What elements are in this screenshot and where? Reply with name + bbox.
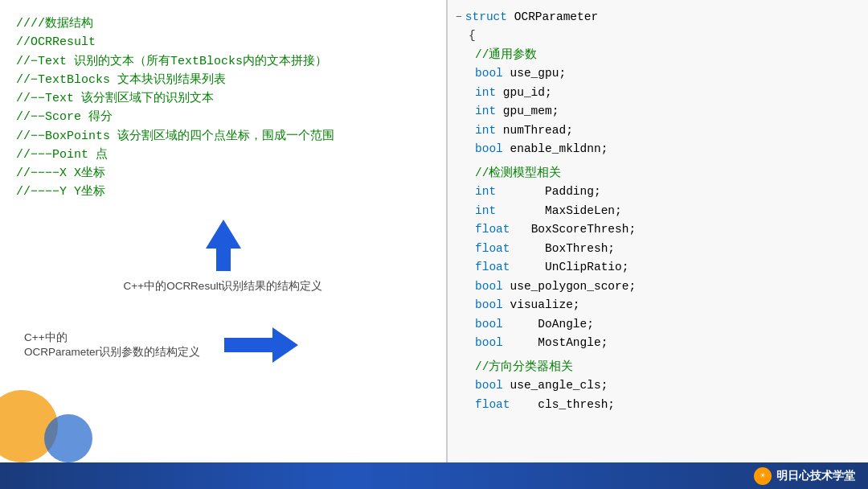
field-use-angle-cls: bool use_angle_cls; [456,376,855,395]
field-doangle: bool DoAngle; [456,315,855,334]
line-score: //−−Score 得分 [16,108,430,126]
collapse-icon[interactable]: − [456,9,462,26]
line-sub-text: //−−Text 该分割区域下的识别文本 [16,89,430,108]
field-visualize: bool visualize; [456,296,855,314]
type-bool-3: bool [475,277,503,296]
comment-detect: //检测模型相关 [456,164,855,183]
type-bool-5: bool [475,315,503,334]
name-gpu-mem: gpu_mem; [503,102,559,121]
footer-logo-icon: ☀ [754,467,772,485]
field-mostangle: bool MostAngle; [456,334,855,352]
line-point: //−−−Point 点 [16,146,430,164]
right-panel: − struct OCRParameter { //通用参数 bool use_… [446,0,868,462]
struct-keyword: struct [465,8,507,27]
footer-brand-name: 明日心技术学堂 [776,469,855,483]
annotation1-prefix: C++中的 [124,280,167,292]
line-text: //−Text 识别的文本（所有TextBlocks内的文本拼接） [16,52,430,71]
name-num-thread: numThread; [503,121,573,140]
field-padding: int Padding; [456,183,855,201]
name-doangle: DoAngle; [538,315,594,334]
field-num-thread: int numThread; [456,121,855,140]
annotation1-block: C++中的OCRResult识别结果的结构定义 [16,279,430,294]
annotation2-suffix: 识别参数的结构定义 [99,346,200,358]
name-use-gpu: use_gpu; [510,64,567,83]
annotation2-prefix: C++中的 [24,331,200,345]
type-int-3: int [475,121,496,140]
line-boxpoints: //−−BoxPoints 该分割区域的四个点坐标，围成一个范围 [16,127,430,146]
name-padding: Padding; [545,183,601,201]
line-ocr-result: //OCRResult [16,33,430,51]
type-int-1: int [475,84,496,102]
name-visualize: visualize; [510,296,580,314]
code-block: − struct OCRParameter { //通用参数 bool use_… [456,8,855,414]
name-enable-mkldnn: enable_mkldnn; [510,140,608,158]
left-panel: ////数据结构 //OCRResult //−Text 识别的文本（所有Tex… [0,0,446,462]
type-int-2: int [475,102,496,121]
name-use-angle-cls: use_angle_cls; [510,376,608,395]
annotation1-code: OCRResult [166,280,221,292]
name-boxscorethresh: BoxScoreThresh; [531,220,637,239]
struct-name: OCRParameter [514,8,598,27]
name-cls-thresh: cls_thresh; [538,396,615,414]
name-use-polygon-score: use_polygon_score; [510,277,637,296]
type-float-2: float [475,240,510,258]
type-int-5: int [475,202,496,220]
field-use-gpu: bool use_gpu; [456,64,855,83]
field-gpu-mem: int gpu_mem; [456,102,855,121]
field-boxscorethresh: float BoxScoreThresh; [456,220,855,239]
comment-angle-text: //方向分类器相关 [475,358,573,376]
field-enable-mkldnn: bool enable_mkldnn; [456,140,855,158]
bottom-annotation: C++中的 OCRParameter识别参数的结构定义 [24,327,430,363]
name-boxthresh: BoxThresh; [545,240,615,258]
comment-general-text: //通用参数 [475,46,537,64]
arrow-up [206,220,241,271]
field-gpu-id: int gpu_id; [456,84,855,102]
type-bool-2: bool [475,140,503,158]
type-bool-4: bool [475,296,503,314]
comment-angle: //方向分类器相关 [456,358,855,376]
line-x: //−−−−X X坐标 [16,164,430,183]
left-content: ////数据结构 //OCRResult //−Text 识别的文本（所有Tex… [16,14,430,202]
arrow-right-shaft-icon [224,338,272,352]
arrow-right [224,327,298,363]
brace-open: { [456,27,855,45]
comment-general: //通用参数 [456,46,855,64]
title-line: ////数据结构 [16,14,430,33]
field-boxthresh: float BoxThresh; [456,240,855,258]
field-use-polygon-score: bool use_polygon_score; [456,277,855,296]
annotation1-suffix: 识别结果的结构定义 [221,280,322,292]
name-mostangle: MostAngle; [538,334,608,352]
arrow-head-up-icon [206,220,241,249]
name-unclipratio: UnClipRatio; [545,258,628,277]
type-float-3: float [475,258,510,277]
arrow-up-container [16,220,430,271]
type-float-1: float [475,220,510,239]
comment-detect-text: //检测模型相关 [475,164,561,183]
arrow-shaft-v-icon [216,249,231,271]
line-textblocks: //−TextBlocks 文本块识别结果列表 [16,71,430,89]
footer-brand: ☀ 明日心技术学堂 [754,467,855,485]
name-gpu-id: gpu_id; [503,84,552,102]
annotation2-code: OCRParameter [24,346,99,358]
type-bool-1: bool [475,64,503,83]
struct-declaration: − struct OCRParameter [456,8,855,27]
name-maxsidelen: MaxSideLen; [545,202,622,220]
field-unclipratio: float UnClipRatio; [456,258,855,277]
footer-bar: ☀ 明日心技术学堂 [0,462,868,489]
field-maxsidelen: int MaxSideLen; [456,202,855,220]
type-bool-7: bool [475,376,503,395]
type-bool-6: bool [475,334,503,352]
type-float-4: float [475,396,510,414]
line-y: //−−−−Y Y坐标 [16,183,430,201]
arrow-right-head-icon [272,327,298,363]
field-cls-thresh: float cls_thresh; [456,396,855,414]
type-int-4: int [475,183,496,201]
deco-circle-blue [44,414,92,462]
